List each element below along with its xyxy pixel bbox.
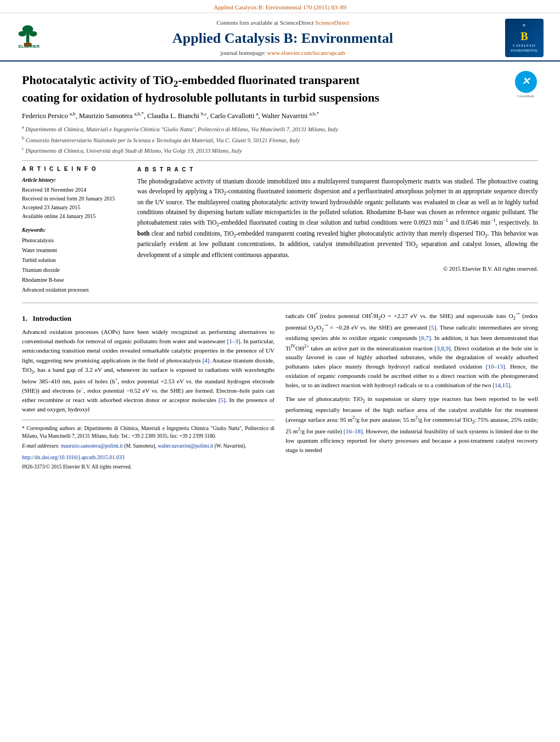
received-date: Received 18 November 2014 <box>22 186 126 194</box>
section-divider <box>22 160 538 161</box>
journal-reference-bar: Applied Catalysis B: Environmental 170 (… <box>0 0 560 13</box>
authors-line: Federico Persico a,b, Maurizio Sansotera… <box>22 110 538 121</box>
main-body: 1. Introduction Advanced oxidation proce… <box>0 305 560 483</box>
svg-rect-4 <box>26 40 30 43</box>
crossmark-icon: ✕ <box>515 71 537 93</box>
intro-text-right: radicals OH• (redox potential OH•/H2O = … <box>285 311 538 455</box>
svg-point-3 <box>29 31 37 36</box>
svg-point-2 <box>19 31 26 36</box>
affiliations: a Dipartimento di Chimica, Materiali e I… <box>22 124 538 155</box>
footnote-area: * Corresponding authors at: Dipartimento… <box>22 420 275 471</box>
journal-header: ELSEVIER Contents lists available at Sci… <box>0 13 560 62</box>
keywords-section: Keywords: Photocatalysis Water treatment… <box>22 226 126 295</box>
section1-heading: 1. Introduction <box>22 313 275 324</box>
keyword-photocatalysis: Photocatalysis <box>22 236 126 246</box>
article-title: Photocatalytic activity of TiO2-embedded… <box>22 72 505 105</box>
elsevier-logo: ELSEVIER <box>16 25 66 52</box>
keywords-heading: Keywords: <box>22 226 126 234</box>
abstract-text: The photodegradative activity of titaniu… <box>137 177 538 260</box>
article-title-section: Photocatalytic activity of TiO2-embedded… <box>22 72 538 105</box>
history-heading: Article history: <box>22 176 126 184</box>
article-info-heading: A R T I C L E I N F O <box>22 165 126 173</box>
crossmark-logo[interactable]: ✕ CrossMark <box>513 72 538 97</box>
keyword-tio2: Titanium dioxide <box>22 265 126 275</box>
journal-center-header: Contents lists available at ScienceDirec… <box>66 19 500 57</box>
homepage-url[interactable]: www.elsevier.com/locate/apcatb <box>267 49 345 56</box>
revised-date: Received in revised form 20 January 2015 <box>22 194 126 203</box>
abstract-column: A B S T R A C T The photodegradative act… <box>137 165 538 295</box>
issn-line: 0926-3373/© 2015 Elsevier B.V. All right… <box>22 463 275 471</box>
article-info-column: A R T I C L E I N F O Article history: R… <box>22 165 126 295</box>
copyright-line: © 2015 Elsevier B.V. All rights reserved… <box>137 265 538 274</box>
journal-title: Applied Catalysis B: Environmental <box>77 30 489 47</box>
both-text: both <box>137 230 149 237</box>
intro-text-left: Advanced oxidation processes (AOPs) have… <box>22 327 275 414</box>
journal-reference: Applied Catalysis B: Environmental 170 (… <box>214 4 346 10</box>
contents-text: Contents lists available at ScienceDirec… <box>216 19 313 26</box>
journal-homepage: journal homepage: www.elsevier.com/locat… <box>77 49 489 57</box>
abstract-heading: A B S T R A C T <box>137 165 538 174</box>
keyword-turbid: Turbid solution <box>22 255 126 265</box>
keyword-water-treatment: Water treatment <box>22 246 126 255</box>
keyword-aop: Advanced oxidation processes <box>22 285 126 295</box>
body-two-column: 1. Introduction Advanced oxidation proce… <box>22 311 538 472</box>
contents-available-line: Contents lists available at ScienceDirec… <box>77 19 489 27</box>
accepted-date: Accepted 23 January 2015 <box>22 203 126 212</box>
footnote-corresponding: * Corresponding authors at: Dipartimento… <box>22 425 275 440</box>
article-info-abstract: A R T I C L E I N F O Article history: R… <box>22 165 538 295</box>
crossmark-label: CrossMark <box>517 94 534 99</box>
body-right-col: radicals OH• (redox potential OH•/H2O = … <box>285 311 538 472</box>
body-divider <box>22 303 538 303</box>
keyword-rhodamine: Rhodamine B-base <box>22 275 126 285</box>
article-area: Photocatalytic activity of TiO2-embedded… <box>0 62 560 300</box>
available-date: Available online 24 January 2015 <box>22 212 126 221</box>
email-navarrini[interactable]: walter.navarrini@polimi.it <box>158 443 213 449</box>
email-sansotera[interactable]: maurizio.sansotera@polimi.it <box>61 443 123 449</box>
svg-text:ELSEVIER: ELSEVIER <box>19 44 40 48</box>
catalysis-logo: B B CATALYSIS ENVIRONMENTAL <box>500 19 544 57</box>
body-left-col: 1. Introduction Advanced oxidation proce… <box>22 311 275 472</box>
homepage-label: journal homepage: <box>220 49 265 56</box>
article-history: Article history: Received 18 November 20… <box>22 176 126 221</box>
catalysis-badge: B B CATALYSIS ENVIRONMENTAL <box>505 19 544 57</box>
doi-link[interactable]: http://dx.doi.org/10.1016/j.apcatb.2015.… <box>22 453 275 461</box>
sciencedirect-link[interactable]: ScienceDirect <box>315 19 349 26</box>
footnote-emails: E-mail addresses: maurizio.sansotera@pol… <box>22 442 275 450</box>
